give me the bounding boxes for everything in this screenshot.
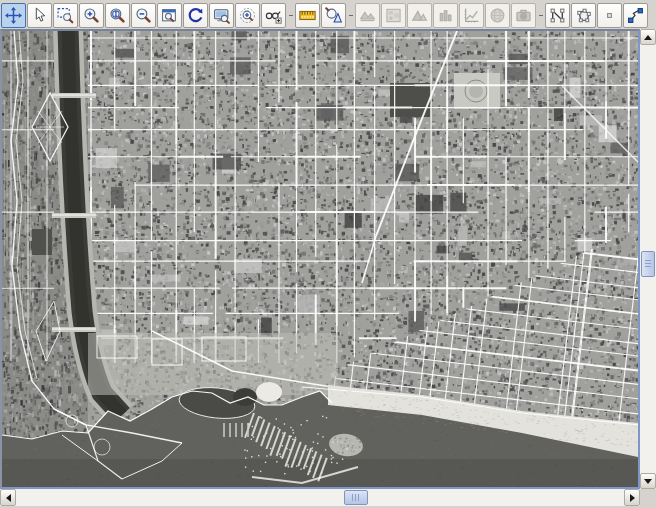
line-chart-icon [463, 7, 480, 24]
camera-icon [515, 7, 532, 24]
mountain-icon [411, 7, 428, 24]
area-zoom-tool-button[interactable] [321, 3, 346, 28]
ruler-icon [299, 7, 316, 24]
polygon-icon [575, 7, 592, 24]
zoom-region-tool-button[interactable] [53, 3, 78, 28]
bar-chart-view-button [433, 3, 458, 28]
zoom-in-icon [83, 7, 100, 24]
edit-vertices-tool-button[interactable] [623, 3, 648, 28]
raster-view-button [381, 3, 406, 28]
scroll-down-button[interactable] [640, 473, 656, 489]
zoom-triangle-icon [325, 7, 342, 24]
zoom-window-tool-button[interactable] [157, 3, 182, 28]
snapshot-button [511, 3, 536, 28]
select-tool-button[interactable] [27, 3, 52, 28]
vertical-scrollbar-track[interactable] [640, 45, 656, 473]
vertical-scrollbar-thumb[interactable] [641, 251, 655, 277]
center-zoom-icon [239, 7, 256, 24]
zoom-region-icon [57, 7, 74, 24]
terrain-icon [359, 7, 376, 24]
toolbar-separator [537, 3, 544, 28]
measure-tool-button[interactable] [295, 3, 320, 28]
zoom-out-icon [135, 7, 152, 24]
find-tool-button[interactable] [261, 3, 286, 28]
cursor-icon [31, 7, 48, 24]
point-icon [601, 7, 618, 24]
bar-chart-icon [437, 7, 454, 24]
toolbar-separator [347, 3, 354, 28]
refresh-view-button[interactable] [183, 3, 208, 28]
vertical-scrollbar [640, 29, 656, 489]
draw-polyline-tool-button[interactable] [545, 3, 570, 28]
horizontal-scrollbar [0, 489, 640, 506]
draw-point-tool-button[interactable] [597, 3, 622, 28]
scroll-up-button[interactable] [640, 29, 656, 45]
arrow-left-icon [6, 494, 11, 502]
scrollbar-corner [640, 489, 656, 506]
relief-view-button [407, 3, 432, 28]
pan-icon [5, 7, 22, 24]
draw-polygon-tool-button[interactable] [571, 3, 596, 28]
image-icon [385, 7, 402, 24]
zoom-window-icon [161, 7, 178, 24]
thumb-grip-icon [645, 260, 651, 268]
vertex-edit-icon [627, 7, 644, 24]
pan-tool-button[interactable] [1, 3, 26, 28]
screen-zoom-icon [213, 7, 230, 24]
zoom-in-tool-button[interactable] [79, 3, 104, 28]
globe-view-button [485, 3, 510, 28]
map-viewport [0, 29, 640, 489]
profile-chart-view-button [459, 3, 484, 28]
arrow-right-icon [630, 494, 635, 502]
toolbar-separator [287, 3, 294, 28]
arrow-down-icon [644, 479, 652, 484]
terrain-view-button [355, 3, 380, 28]
binoculars-plus-icon [265, 7, 282, 24]
refresh-icon [187, 7, 204, 24]
zoom-out-tool-button[interactable] [131, 3, 156, 28]
zoom-extent-tool-button[interactable] [105, 3, 130, 28]
scroll-left-button[interactable] [0, 489, 16, 506]
horizontal-scrollbar-track[interactable] [17, 489, 623, 506]
scroll-right-button[interactable] [624, 489, 640, 506]
arrow-up-icon [644, 35, 652, 40]
polyline-icon [549, 7, 566, 24]
globe-icon [489, 7, 506, 24]
screen-zoom-tool-button[interactable] [209, 3, 234, 28]
zoom-extent-icon [109, 7, 126, 24]
thumb-grip-icon [352, 494, 360, 501]
map-canvas[interactable] [2, 31, 638, 487]
application-window [0, 0, 656, 508]
center-zoom-tool-button[interactable] [235, 3, 260, 28]
horizontal-scrollbar-thumb[interactable] [344, 490, 368, 505]
toolbar [0, 0, 656, 29]
